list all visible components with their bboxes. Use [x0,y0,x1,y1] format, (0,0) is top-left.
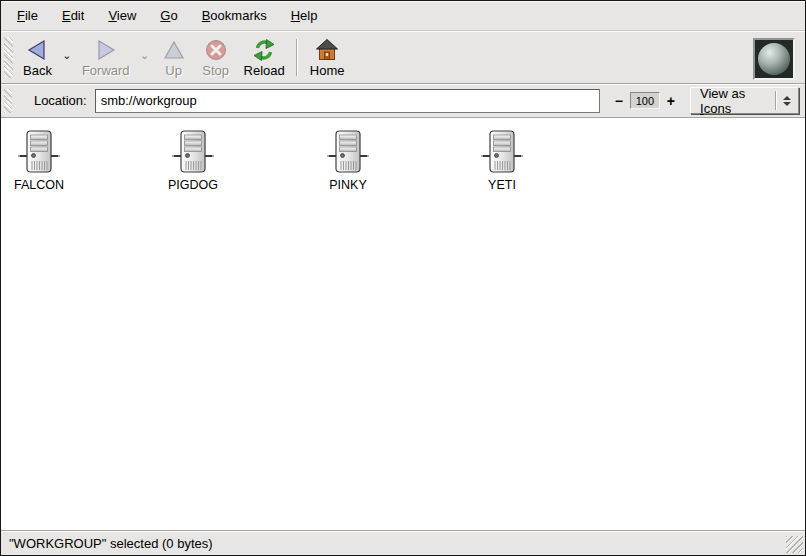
network-server-icon [327,129,369,175]
back-arrow-icon [25,36,49,63]
zoom-in-button[interactable]: + [664,93,678,109]
back-button[interactable]: Back [16,33,59,82]
network-server-icon [18,129,60,175]
menu-file[interactable]: File [5,3,50,28]
throbber [753,38,795,80]
server-item-falcon[interactable]: FALCON [1,129,77,192]
menu-edit[interactable]: Edit [50,3,96,28]
location-label: Location: [34,93,87,108]
reload-icon [252,36,276,63]
dropdown-arrows-icon [780,96,794,106]
server-label: YETI [488,178,516,192]
toolbar-spacer [351,33,753,82]
toolbar-grip[interactable] [4,37,13,78]
menu-view[interactable]: View [96,3,148,28]
forward-arrow-icon [94,36,118,63]
zoom-out-button[interactable]: − [612,93,626,109]
server-item-pinky[interactable]: PINKY [310,129,386,192]
location-input[interactable] [95,89,600,113]
resize-grip[interactable] [786,536,803,553]
toolbar: Back ⌄ Forward ⌄ Up Stop [1,31,805,84]
location-bar: Location: − 100 + View as Icons [1,84,805,118]
reload-button[interactable]: Reload [237,33,292,82]
icon-view[interactable]: FALCON PIGDOG [1,118,805,530]
network-server-icon [481,129,523,175]
up-arrow-icon [162,36,186,63]
server-item-pigdog[interactable]: PIGDOG [155,129,231,192]
menu-bookmarks[interactable]: Bookmarks [190,3,279,28]
menubar: File Edit View Go Bookmarks Help [1,1,805,31]
location-bar-grip[interactable] [4,89,12,113]
server-label: PIGDOG [168,178,218,192]
server-label: FALCON [14,178,64,192]
zoom-controls: − 100 + [612,92,678,109]
view-as-dropdown[interactable]: View as Icons [690,87,799,114]
network-server-icon [172,129,214,175]
menu-go[interactable]: Go [148,3,189,28]
up-button[interactable]: Up [153,33,195,82]
status-text: "WORKGROUP" selected (0 bytes) [9,536,213,551]
server-item-yeti[interactable]: YETI [464,129,540,192]
toolbar-separator [296,39,297,76]
zoom-level-indicator[interactable]: 100 [630,92,660,109]
status-bar: "WORKGROUP" selected (0 bytes) [1,530,805,555]
file-manager-window: File Edit View Go Bookmarks Help Back ⌄ … [0,0,806,556]
server-label: PINKY [329,178,367,192]
home-icon [315,36,339,63]
back-history-dropdown[interactable]: ⌄ [59,33,75,82]
stop-button[interactable]: Stop [195,33,237,82]
forward-history-dropdown[interactable]: ⌄ [137,33,153,82]
forward-button[interactable]: Forward [75,33,137,82]
home-button[interactable]: Home [303,33,352,82]
stop-icon [204,36,228,63]
menu-help[interactable]: Help [279,3,330,28]
throbber-sphere-icon [758,43,790,75]
